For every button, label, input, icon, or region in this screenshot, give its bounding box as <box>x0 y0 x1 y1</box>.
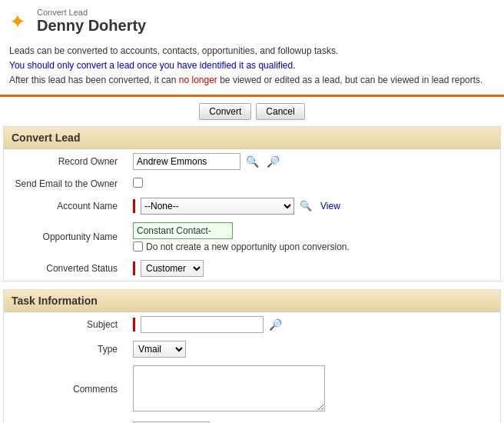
account-required-indicator <box>133 199 135 213</box>
info-line3: After this lead has been converted, it c… <box>9 73 495 88</box>
opportunity-name-label: Opportunity Name <box>4 218 127 256</box>
info-line2-text: You should only convert a lead once you … <box>9 60 295 71</box>
account-name-label: Account Name <box>4 194 127 218</box>
due-date-row: Due Date [ 2/16/2015 ] <box>4 418 500 423</box>
subject-lookup-icon[interactable]: 🔎 <box>267 318 284 331</box>
converted-status-row: Converted Status Customer Qualified Conv… <box>4 256 500 281</box>
info-line3-b: no longer <box>179 75 217 85</box>
no-opportunity-label: Do not create a new opportunity upon con… <box>146 241 350 252</box>
no-opportunity-row: Do not create a new opportunity upon con… <box>133 241 494 252</box>
send-email-label: Send Email to the Owner <box>4 174 127 194</box>
account-name-row: Account Name --None-- 🔍 View <box>4 194 500 218</box>
cancel-button[interactable]: Cancel <box>256 103 304 120</box>
subject-required-indicator <box>133 318 135 331</box>
record-owner-lookup-icon[interactable]: 🔍 <box>244 155 261 168</box>
comments-value <box>127 361 500 418</box>
status-required-indicator <box>133 261 135 275</box>
info-text-block: Leads can be converted to accounts, cont… <box>0 41 504 95</box>
info-line1: Leads can be converted to accounts, cont… <box>9 44 495 58</box>
account-view-link[interactable]: View <box>320 201 340 212</box>
convert-lead-section-title: Convert Lead <box>4 127 500 149</box>
record-owner-label: Record Owner <box>4 149 127 174</box>
send-email-value <box>127 174 500 194</box>
convert-lead-form: Record Owner 🔍 🔎 Send Email to the Owner… <box>4 149 500 281</box>
info-line2: You should only convert a lead once you … <box>9 58 495 73</box>
task-info-section-title: Task Information <box>4 290 500 312</box>
convert-button[interactable]: Convert <box>199 103 251 120</box>
due-date-label: Due Date <box>4 418 127 423</box>
convert-lead-section: Convert Lead Record Owner 🔍 🔎 Send Email… <box>3 126 501 281</box>
page-header: ✦ Convert Lead Denny Doherty <box>0 0 504 41</box>
subject-value: 🔎 <box>127 312 500 337</box>
opportunity-name-row: Opportunity Name Do not create a new opp… <box>4 218 500 256</box>
subject-label: Subject <box>4 312 127 337</box>
account-lookup-icon[interactable]: 🔍 <box>297 199 314 212</box>
send-email-checkbox[interactable] <box>133 178 143 188</box>
due-date-value: [ 2/16/2015 ] <box>127 418 500 423</box>
record-owner-value: 🔍 🔎 <box>127 149 500 174</box>
type-select[interactable]: Vmail Call Email Meeting <box>133 341 186 358</box>
no-opportunity-checkbox[interactable] <box>133 241 143 251</box>
page-title: Denny Doherty <box>37 17 146 35</box>
convert-lead-icon: ✦ <box>9 12 29 32</box>
info-line3-a: After this lead has been converted, it c… <box>9 75 179 85</box>
type-label: Type <box>4 337 127 361</box>
record-owner-search-icon[interactable]: 🔎 <box>264 155 282 168</box>
record-owner-row: Record Owner 🔍 🔎 <box>4 149 500 174</box>
type-row: Type Vmail Call Email Meeting <box>4 337 500 361</box>
comments-row: Comments <box>4 361 500 418</box>
convert-lead-sublabel: Convert Lead <box>37 8 146 17</box>
task-info-section: Task Information Subject 🔎 Type Vmail Ca… <box>3 289 501 423</box>
info-line3-c: be viewed or edited as a lead, but can b… <box>217 75 483 85</box>
header-text: Convert Lead Denny Doherty <box>37 8 146 35</box>
account-name-select[interactable]: --None-- <box>141 198 294 215</box>
converted-status-value: Customer Qualified Converted <box>127 256 500 281</box>
subject-row: Subject 🔎 <box>4 312 500 337</box>
send-email-row: Send Email to the Owner <box>4 174 500 194</box>
comments-label: Comments <box>4 361 127 418</box>
opportunity-name-value: Do not create a new opportunity upon con… <box>127 218 500 256</box>
record-owner-input[interactable] <box>133 153 240 170</box>
converted-status-select[interactable]: Customer Qualified Converted <box>141 260 204 277</box>
type-value: Vmail Call Email Meeting <box>127 337 500 361</box>
toolbar: Convert Cancel <box>0 97 504 126</box>
account-name-value: --None-- 🔍 View <box>127 194 500 218</box>
subject-input[interactable] <box>141 316 264 333</box>
opportunity-name-input[interactable] <box>133 222 233 239</box>
converted-status-label: Converted Status <box>4 256 127 281</box>
comments-textarea[interactable] <box>133 365 325 411</box>
task-info-form: Subject 🔎 Type Vmail Call Email Meeting <box>4 312 500 423</box>
